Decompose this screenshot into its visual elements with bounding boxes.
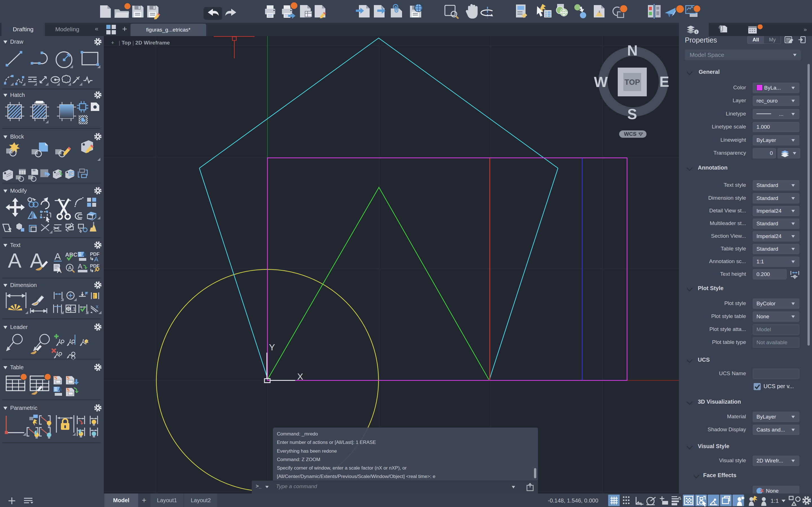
svg-text:WCS: WCS: [624, 131, 637, 137]
svg-text:N: N: [627, 42, 638, 59]
svg-text:+: +: [142, 496, 146, 504]
svg-text:X: X: [297, 372, 303, 382]
svg-text:.1: .1: [71, 307, 75, 312]
svg-text:A: A: [82, 251, 86, 258]
svg-text:Layout2: Layout2: [191, 497, 211, 503]
svg-text:S: S: [627, 106, 637, 122]
svg-text:Layout1: Layout1: [157, 497, 177, 503]
svg-text:A: A: [58, 386, 62, 392]
svg-text:i: i: [696, 30, 697, 34]
svg-text:A: A: [8, 249, 21, 272]
svg-text:A: A: [57, 267, 61, 274]
svg-text:A: A: [78, 263, 82, 270]
svg-text:A: A: [68, 265, 72, 271]
svg-text:E: E: [659, 73, 669, 90]
svg-text:Y: Y: [269, 342, 275, 352]
svg-text:1:1: 1:1: [770, 497, 779, 504]
svg-text:A: A: [54, 251, 61, 262]
svg-text:W: W: [594, 74, 608, 90]
svg-text:Model: Model: [113, 497, 130, 503]
svg-text:TOP: TOP: [624, 78, 640, 87]
svg-text:-0.148, 1.546, 0.000: -0.148, 1.546, 0.000: [548, 497, 598, 504]
